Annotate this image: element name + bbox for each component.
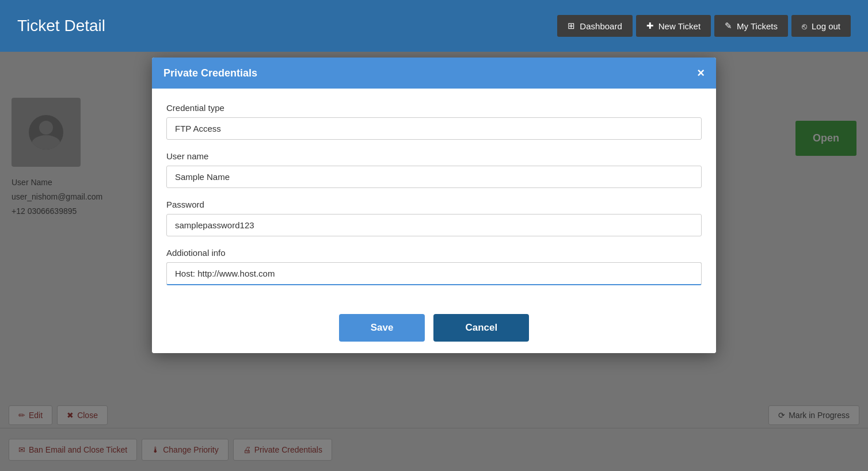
user-name-label: User name (166, 151, 702, 161)
user-name-input[interactable] (166, 166, 702, 188)
modal-header: Private Credentials × (152, 58, 716, 89)
additional-info-input[interactable] (166, 262, 702, 285)
nav-logout-button[interactable]: ⎋ Log out (791, 15, 851, 37)
header-nav: ⊞ Dashboard ✚ New Ticket ✎ My Tickets ⎋ … (557, 15, 851, 37)
additional-info-group: Addiotional info (166, 248, 702, 285)
modal-title: Private Credentials (163, 67, 257, 79)
modal-close-button[interactable]: × (697, 67, 705, 79)
dashboard-icon: ⊞ (568, 21, 575, 31)
nav-logout-label: Log out (812, 21, 840, 31)
nav-new-ticket-button[interactable]: ✚ New Ticket (636, 15, 711, 37)
nav-dashboard-button[interactable]: ⊞ Dashboard (557, 15, 632, 37)
main-content: User Name user_nishom@gmail.com +12 0306… (0, 52, 868, 471)
logout-icon: ⎋ (802, 21, 807, 31)
password-input[interactable] (166, 214, 702, 236)
credential-type-label: Credential type (166, 103, 702, 113)
modal-body: Credential type User name Password Addio… (152, 89, 716, 305)
password-label: Password (166, 200, 702, 209)
header: Ticket Detail ⊞ Dashboard ✚ New Ticket ✎… (0, 0, 868, 52)
my-tickets-icon: ✎ (725, 21, 732, 31)
modal-overlay: Private Credentials × Credential type Us… (0, 52, 868, 471)
password-group: Password (166, 200, 702, 236)
user-name-group: User name (166, 151, 702, 188)
credential-type-input[interactable] (166, 117, 702, 140)
nav-new-ticket-label: New Ticket (658, 21, 701, 31)
nav-my-tickets-button[interactable]: ✎ My Tickets (714, 15, 788, 37)
nav-dashboard-label: Dashboard (580, 21, 622, 31)
modal-footer: Save Cancel (152, 305, 716, 353)
cancel-button[interactable]: Cancel (433, 314, 529, 342)
private-credentials-modal: Private Credentials × Credential type Us… (152, 58, 716, 353)
save-button[interactable]: Save (339, 314, 425, 342)
nav-my-tickets-label: My Tickets (737, 21, 778, 31)
page-title: Ticket Detail (17, 17, 105, 35)
credential-type-group: Credential type (166, 103, 702, 140)
new-ticket-icon: ✚ (646, 21, 654, 31)
additional-info-label: Addiotional info (166, 248, 702, 258)
